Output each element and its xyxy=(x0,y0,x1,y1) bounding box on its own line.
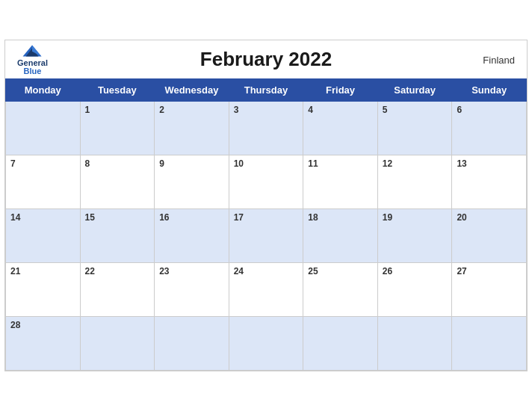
weekday-tuesday: Tuesday xyxy=(80,79,155,102)
day-number: 27 xyxy=(457,266,466,276)
day-number: 9 xyxy=(159,158,164,169)
calendar-header: General Blue February 2022 Finland xyxy=(5,40,527,78)
day-number: 20 xyxy=(457,212,466,223)
country-label: Finland xyxy=(483,54,515,65)
day-number: 23 xyxy=(159,266,169,276)
calendar-week-5: 28 xyxy=(6,317,527,371)
day-number: 1 xyxy=(85,105,90,115)
calendar-day: 28 xyxy=(6,317,81,371)
calendar-week-4: 21222324252627 xyxy=(6,263,527,317)
calendar-day: 27 xyxy=(452,263,527,317)
calendar-grid: MondayTuesdayWednesdayThursdayFridaySatu… xyxy=(5,78,527,371)
day-number: 14 xyxy=(10,212,20,223)
calendar-day xyxy=(229,317,303,371)
calendar-day: 24 xyxy=(229,263,303,317)
weekday-monday: Monday xyxy=(6,79,81,102)
day-number: 16 xyxy=(159,212,169,223)
logo-icon xyxy=(22,44,43,58)
calendar-day: 26 xyxy=(377,263,452,317)
weekday-wednesday: Wednesday xyxy=(155,79,229,102)
calendar-day: 16 xyxy=(155,209,229,263)
day-number: 26 xyxy=(383,266,392,276)
day-number: 11 xyxy=(308,158,318,169)
calendar-day: 17 xyxy=(229,209,303,263)
calendar-day xyxy=(80,317,155,371)
day-number: 22 xyxy=(85,266,95,276)
calendar-day: 12 xyxy=(377,155,452,209)
calendar-day: 18 xyxy=(303,209,378,263)
day-number: 21 xyxy=(10,266,20,276)
calendar-day: 15 xyxy=(80,209,155,263)
calendar-day: 22 xyxy=(80,263,155,317)
calendar-day: 19 xyxy=(377,209,452,263)
calendar-day: 4 xyxy=(303,102,378,155)
day-number: 25 xyxy=(308,266,318,276)
calendar-day: 7 xyxy=(6,155,81,209)
day-number: 24 xyxy=(234,266,244,276)
calendar-day: 2 xyxy=(155,102,229,155)
calendar-day: 20 xyxy=(452,209,527,263)
calendar-day xyxy=(155,317,229,371)
day-number: 13 xyxy=(457,158,466,169)
calendar-day xyxy=(6,102,81,155)
calendar-week-3: 14151617181920 xyxy=(6,209,527,263)
day-number: 28 xyxy=(10,320,20,330)
calendar-day: 1 xyxy=(80,102,155,155)
day-number: 19 xyxy=(383,212,392,223)
calendar: General Blue February 2022 Finland Monda… xyxy=(4,40,528,371)
calendar-title: February 2022 xyxy=(200,48,332,71)
day-number: 12 xyxy=(383,158,392,169)
calendar-day: 10 xyxy=(229,155,303,209)
day-number: 7 xyxy=(10,158,16,169)
calendar-day xyxy=(452,317,527,371)
logo-blue: Blue xyxy=(24,67,42,75)
weekday-thursday: Thursday xyxy=(229,79,303,102)
calendar-day: 21 xyxy=(6,263,81,317)
day-number: 15 xyxy=(85,212,95,223)
weekday-sunday: Sunday xyxy=(452,79,527,102)
calendar-day: 5 xyxy=(377,102,452,155)
calendar-day: 3 xyxy=(229,102,303,155)
day-number: 10 xyxy=(234,158,244,169)
calendar-week-2: 78910111213 xyxy=(6,155,527,209)
weekday-friday: Friday xyxy=(303,79,378,102)
calendar-day: 14 xyxy=(6,209,81,263)
day-number: 2 xyxy=(159,105,164,115)
day-number: 18 xyxy=(308,212,318,223)
calendar-week-1: 123456 xyxy=(6,102,527,155)
calendar-day xyxy=(303,317,378,371)
weekday-saturday: Saturday xyxy=(377,79,452,102)
day-number: 3 xyxy=(234,105,239,115)
calendar-day: 23 xyxy=(155,263,229,317)
calendar-day: 9 xyxy=(155,155,229,209)
calendar-day: 8 xyxy=(80,155,155,209)
day-number: 6 xyxy=(457,105,462,115)
calendar-day xyxy=(377,317,452,371)
day-number: 5 xyxy=(383,105,388,115)
logo: General Blue xyxy=(17,44,48,75)
day-number: 8 xyxy=(85,158,90,169)
calendar-day: 13 xyxy=(452,155,527,209)
calendar-day: 6 xyxy=(452,102,527,155)
calendar-day: 25 xyxy=(303,263,378,317)
weekday-header-row: MondayTuesdayWednesdayThursdayFridaySatu… xyxy=(6,79,527,102)
calendar-day: 11 xyxy=(303,155,378,209)
day-number: 4 xyxy=(308,105,313,115)
day-number: 17 xyxy=(234,212,244,223)
